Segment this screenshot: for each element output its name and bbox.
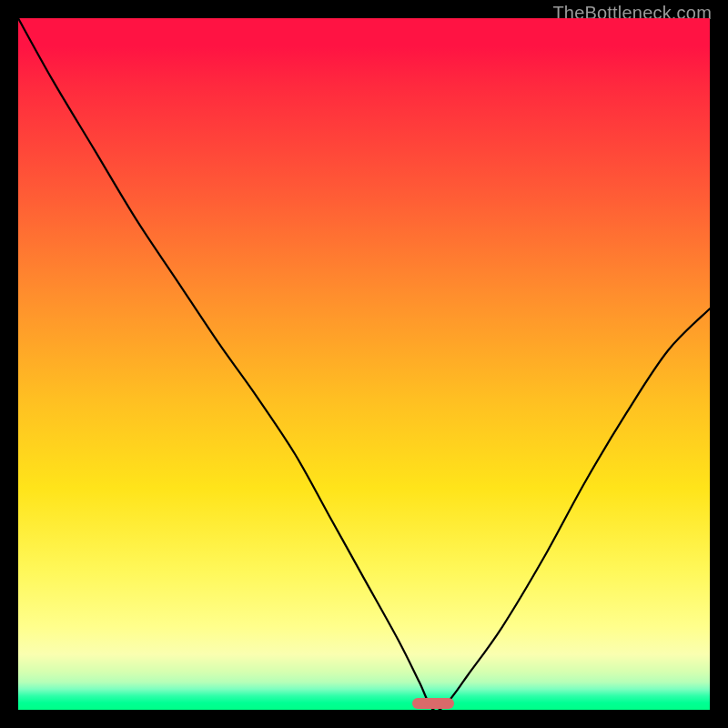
optimal-range-marker [412,698,454,709]
bottleneck-curve [18,18,710,710]
chart-stage: TheBottleneck.com line [0,0,728,728]
curve-layer [18,18,710,710]
plot-area: line [18,18,710,710]
